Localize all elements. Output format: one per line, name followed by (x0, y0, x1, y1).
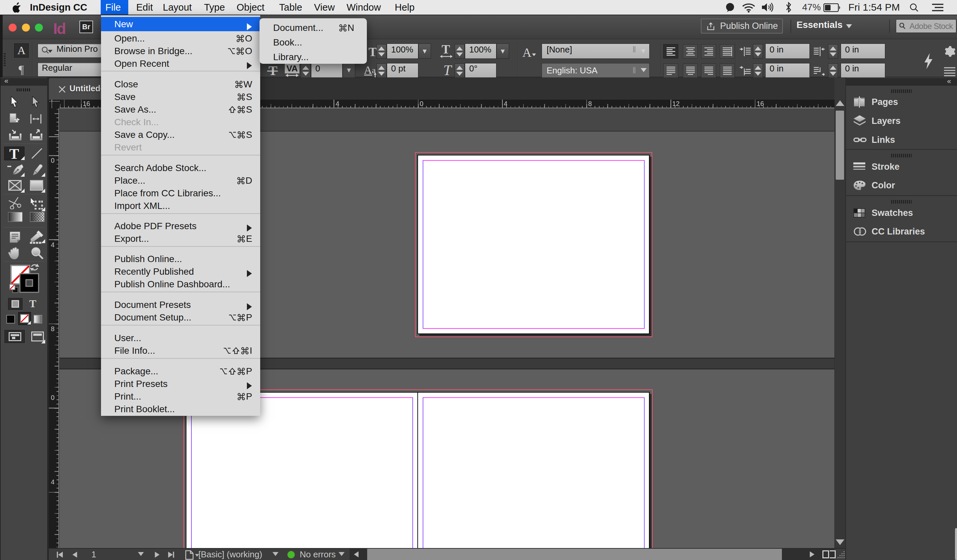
svg-text:T: T (368, 45, 377, 59)
svg-text:A: A (364, 64, 372, 76)
svg-text:T: T (443, 64, 453, 77)
svg-text:T: T (442, 44, 450, 56)
